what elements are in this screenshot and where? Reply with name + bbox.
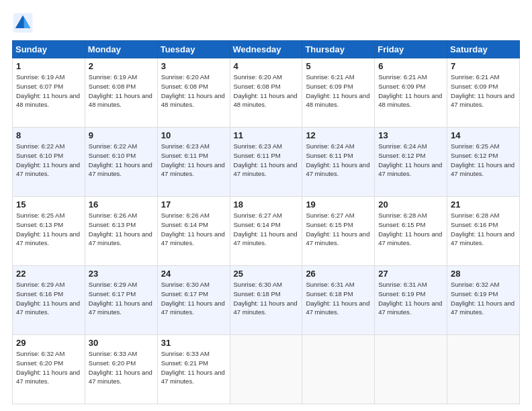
day-number: 16 [89,199,154,210]
day-info: Sunrise: 6:27 AM Sunset: 6:15 PM Dayligh… [306,211,371,248]
calendar-cell: 12 Sunrise: 6:24 AM Sunset: 6:11 PM Dayl… [302,128,375,197]
day-info: Sunrise: 6:24 AM Sunset: 6:11 PM Dayligh… [306,142,371,179]
day-header-friday: Friday [375,41,447,58]
calendar-cell: 6 Sunrise: 6:21 AM Sunset: 6:09 PM Dayli… [375,58,447,128]
day-info: Sunrise: 6:29 AM Sunset: 6:16 PM Dayligh… [16,280,81,317]
day-number: 10 [161,130,226,140]
day-info: Sunrise: 6:32 AM Sunset: 6:19 PM Dayligh… [451,280,516,317]
day-info: Sunrise: 6:33 AM Sunset: 6:20 PM Dayligh… [89,349,154,386]
day-number: 27 [378,269,443,279]
day-number: 28 [451,269,516,279]
day-number: 2 [89,61,154,71]
calendar-cell: 20 Sunrise: 6:28 AM Sunset: 6:15 PM Dayl… [375,197,447,266]
day-header-monday: Monday [85,41,157,58]
day-number: 26 [306,269,371,279]
calendar-cell: 7 Sunrise: 6:21 AM Sunset: 6:09 PM Dayli… [447,58,520,128]
day-info: Sunrise: 6:19 AM Sunset: 6:08 PM Dayligh… [89,73,154,109]
day-info: Sunrise: 6:22 AM Sunset: 6:10 PM Dayligh… [16,142,81,179]
calendar-cell [447,335,520,404]
day-info: Sunrise: 6:24 AM Sunset: 6:12 PM Dayligh… [378,142,443,179]
day-number: 14 [451,130,516,140]
day-info: Sunrise: 6:31 AM Sunset: 6:18 PM Dayligh… [306,280,371,317]
calendar-cell: 18 Sunrise: 6:27 AM Sunset: 6:14 PM Dayl… [230,197,302,266]
calendar-cell: 26 Sunrise: 6:31 AM Sunset: 6:18 PM Dayl… [302,266,375,335]
calendar-week-row: 1 Sunrise: 6:19 AM Sunset: 6:07 PM Dayli… [13,58,520,128]
day-number: 18 [234,199,299,210]
day-number: 23 [89,269,154,279]
day-header-sunday: Sunday [13,41,85,58]
day-number: 1 [16,61,81,71]
day-number: 21 [451,199,516,210]
day-header-wednesday: Wednesday [230,41,302,58]
day-info: Sunrise: 6:20 AM Sunset: 6:08 PM Dayligh… [234,73,299,109]
logo-icon [12,12,34,34]
day-number: 29 [16,338,81,348]
day-info: Sunrise: 6:23 AM Sunset: 6:11 PM Dayligh… [234,142,299,179]
calendar-cell: 24 Sunrise: 6:30 AM Sunset: 6:17 PM Dayl… [157,266,230,335]
calendar-cell: 2 Sunrise: 6:19 AM Sunset: 6:08 PM Dayli… [85,58,157,128]
calendar-week-row: 22 Sunrise: 6:29 AM Sunset: 6:16 PM Dayl… [13,266,520,335]
day-number: 6 [378,61,443,71]
day-info: Sunrise: 6:33 AM Sunset: 6:21 PM Dayligh… [161,349,226,386]
calendar-cell: 1 Sunrise: 6:19 AM Sunset: 6:07 PM Dayli… [13,58,85,128]
day-info: Sunrise: 6:22 AM Sunset: 6:10 PM Dayligh… [89,142,154,179]
calendar-cell: 27 Sunrise: 6:31 AM Sunset: 6:19 PM Dayl… [375,266,447,335]
calendar-cell: 13 Sunrise: 6:24 AM Sunset: 6:12 PM Dayl… [375,128,447,197]
day-info: Sunrise: 6:27 AM Sunset: 6:14 PM Dayligh… [234,211,299,248]
day-info: Sunrise: 6:26 AM Sunset: 6:14 PM Dayligh… [161,211,226,248]
calendar-cell: 29 Sunrise: 6:32 AM Sunset: 6:20 PM Dayl… [13,335,85,404]
day-info: Sunrise: 6:29 AM Sunset: 6:17 PM Dayligh… [89,280,154,317]
day-number: 8 [16,130,81,140]
page: SundayMondayTuesdayWednesdayThursdayFrid… [0,0,532,411]
day-header-thursday: Thursday [302,41,375,58]
calendar-cell [230,335,302,404]
day-number: 24 [161,269,226,279]
day-info: Sunrise: 6:19 AM Sunset: 6:07 PM Dayligh… [16,73,81,109]
day-info: Sunrise: 6:26 AM Sunset: 6:13 PM Dayligh… [89,211,154,248]
calendar-cell: 19 Sunrise: 6:27 AM Sunset: 6:15 PM Dayl… [302,197,375,266]
calendar-cell: 14 Sunrise: 6:25 AM Sunset: 6:12 PM Dayl… [447,128,520,197]
day-info: Sunrise: 6:30 AM Sunset: 6:18 PM Dayligh… [234,280,299,317]
day-info: Sunrise: 6:28 AM Sunset: 6:16 PM Dayligh… [451,211,516,248]
day-header-tuesday: Tuesday [157,41,230,58]
calendar-cell: 22 Sunrise: 6:29 AM Sunset: 6:16 PM Dayl… [13,266,85,335]
day-info: Sunrise: 6:28 AM Sunset: 6:15 PM Dayligh… [378,211,443,248]
calendar-cell: 25 Sunrise: 6:30 AM Sunset: 6:18 PM Dayl… [230,266,302,335]
calendar-cell: 15 Sunrise: 6:25 AM Sunset: 6:13 PM Dayl… [13,197,85,266]
calendar-cell: 4 Sunrise: 6:20 AM Sunset: 6:08 PM Dayli… [230,58,302,128]
day-info: Sunrise: 6:32 AM Sunset: 6:20 PM Dayligh… [16,349,81,386]
calendar-cell: 31 Sunrise: 6:33 AM Sunset: 6:21 PM Dayl… [157,335,230,404]
calendar-cell: 28 Sunrise: 6:32 AM Sunset: 6:19 PM Dayl… [447,266,520,335]
day-number: 19 [306,199,371,210]
day-info: Sunrise: 6:21 AM Sunset: 6:09 PM Dayligh… [451,73,516,109]
day-number: 30 [89,338,154,348]
calendar-cell: 8 Sunrise: 6:22 AM Sunset: 6:10 PM Dayli… [13,128,85,197]
day-number: 11 [234,130,299,140]
day-info: Sunrise: 6:20 AM Sunset: 6:08 PM Dayligh… [161,73,226,109]
day-info: Sunrise: 6:30 AM Sunset: 6:17 PM Dayligh… [161,280,226,317]
day-number: 12 [306,130,371,140]
day-number: 9 [89,130,154,140]
calendar-cell: 3 Sunrise: 6:20 AM Sunset: 6:08 PM Dayli… [157,58,230,128]
calendar-cell: 5 Sunrise: 6:21 AM Sunset: 6:09 PM Dayli… [302,58,375,128]
calendar-cell: 10 Sunrise: 6:23 AM Sunset: 6:11 PM Dayl… [157,128,230,197]
calendar-table: SundayMondayTuesdayWednesdayThursdayFrid… [12,40,520,404]
header [12,12,520,34]
day-info: Sunrise: 6:21 AM Sunset: 6:09 PM Dayligh… [306,73,371,109]
calendar-header-row: SundayMondayTuesdayWednesdayThursdayFrid… [13,41,520,58]
day-number: 3 [161,61,226,71]
day-number: 13 [378,130,443,140]
calendar-cell: 11 Sunrise: 6:23 AM Sunset: 6:11 PM Dayl… [230,128,302,197]
calendar-week-row: 29 Sunrise: 6:32 AM Sunset: 6:20 PM Dayl… [13,335,520,404]
day-number: 25 [234,269,299,279]
calendar-cell: 23 Sunrise: 6:29 AM Sunset: 6:17 PM Dayl… [85,266,157,335]
calendar-cell: 21 Sunrise: 6:28 AM Sunset: 6:16 PM Dayl… [447,197,520,266]
day-number: 7 [451,61,516,71]
day-info: Sunrise: 6:21 AM Sunset: 6:09 PM Dayligh… [378,73,443,109]
day-header-saturday: Saturday [447,41,520,58]
day-info: Sunrise: 6:31 AM Sunset: 6:19 PM Dayligh… [378,280,443,317]
day-number: 15 [16,199,81,210]
calendar-cell: 17 Sunrise: 6:26 AM Sunset: 6:14 PM Dayl… [157,197,230,266]
day-number: 17 [161,199,226,210]
calendar-week-row: 15 Sunrise: 6:25 AM Sunset: 6:13 PM Dayl… [13,197,520,266]
